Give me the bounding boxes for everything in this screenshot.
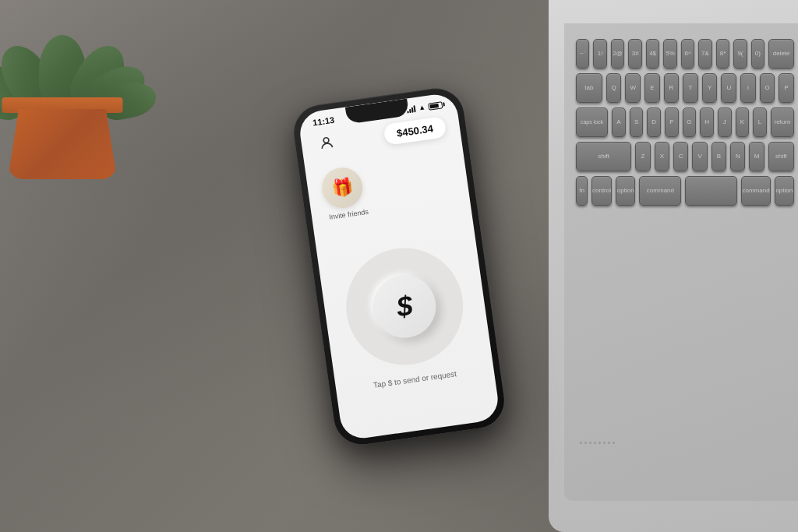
key-0[interactable]: 0)	[751, 39, 764, 69]
keyboard: ~` 1! 2@ 3# 4$ 5% 6^ 7& 8* 9( 0) delete …	[576, 39, 794, 210]
key-8[interactable]: 8*	[716, 39, 729, 69]
key-1[interactable]: 1!	[593, 39, 606, 69]
caps-lock-key[interactable]: caps lock	[576, 107, 608, 137]
tap-instruction-label: Tap $ to send or request	[373, 369, 457, 389]
key-backtick[interactable]: ~`	[576, 39, 589, 69]
speaker-dot	[589, 442, 591, 444]
speaker-dot	[598, 442, 601, 444]
wifi-icon: ▲	[418, 103, 425, 111]
key-control[interactable]: control	[591, 176, 612, 206]
key-w[interactable]: W	[625, 73, 641, 103]
laptop-container: ~` 1! 2@ 3# 4$ 5% 6^ 7& 8* 9( 0) delete …	[517, 0, 798, 532]
speaker-dot	[594, 442, 596, 444]
invite-friends-icon[interactable]: 🎁	[320, 164, 365, 210]
key-j[interactable]: J	[718, 107, 732, 137]
keyboard-row-4: shift Z X C V B N M shift	[576, 142, 794, 171]
key-f[interactable]: F	[665, 107, 679, 137]
key-delete[interactable]: delete	[768, 39, 794, 69]
speaker-dot	[584, 442, 587, 444]
keyboard-row-2: tab Q W E R T Y U I O P	[576, 73, 794, 103]
keyboard-row-1: ~` 1! 2@ 3# 4$ 5% 6^ 7& 8* 9( 0) delete	[576, 39, 794, 69]
keyboard-area: ~` 1! 2@ 3# 4$ 5% 6^ 7& 8* 9( 0) delete …	[564, 23, 798, 501]
key-l[interactable]: L	[753, 107, 767, 137]
key-c[interactable]: C	[673, 142, 688, 171]
speaker-dot	[603, 442, 606, 444]
key-4[interactable]: 4$	[646, 39, 659, 69]
key-tab[interactable]: tab	[576, 73, 602, 103]
key-6[interactable]: 6^	[681, 39, 694, 69]
key-h[interactable]: H	[700, 107, 714, 137]
key-o[interactable]: O	[760, 73, 775, 103]
key-t[interactable]: T	[683, 73, 698, 103]
key-d[interactable]: D	[647, 107, 661, 137]
status-icons: ▲	[406, 100, 443, 113]
dollar-area: $ Tap $ to send or request	[318, 238, 494, 395]
key-a[interactable]: A	[612, 107, 626, 137]
laptop-speaker	[580, 431, 798, 454]
speaker-dot	[608, 442, 610, 444]
key-k[interactable]: K	[736, 107, 750, 137]
key-r[interactable]: R	[664, 73, 680, 103]
key-y[interactable]: Y	[702, 73, 718, 103]
dollar-outer-circle: $	[339, 240, 471, 372]
key-n[interactable]: N	[730, 142, 745, 171]
key-9[interactable]: 9(	[733, 39, 747, 69]
dollar-button[interactable]: $	[369, 271, 440, 341]
key-v[interactable]: V	[692, 142, 707, 171]
key-command-left[interactable]: command	[639, 176, 681, 206]
key-m[interactable]: M	[749, 142, 764, 171]
battery-icon	[428, 100, 443, 109]
key-option[interactable]: option	[616, 176, 635, 206]
spacebar[interactable]	[685, 176, 737, 206]
invite-emoji: 🎁	[330, 176, 354, 199]
keyboard-row-3: caps lock A S D F G H J K L return	[576, 107, 794, 137]
key-2[interactable]: 2@	[611, 39, 624, 69]
key-right-shift[interactable]: shift	[768, 142, 794, 171]
key-command-right[interactable]: command	[741, 176, 770, 206]
svg-point-0	[323, 137, 330, 143]
key-5[interactable]: 5%	[663, 39, 676, 69]
laptop-body: ~` 1! 2@ 3# 4$ 5% 6^ 7& 8* 9( 0) delete …	[549, 0, 798, 532]
balance-display: $450.34	[383, 115, 447, 145]
key-return[interactable]: return	[771, 107, 794, 137]
key-e[interactable]: E	[644, 73, 660, 103]
key-x[interactable]: X	[655, 142, 669, 171]
key-u[interactable]: U	[721, 73, 736, 103]
status-time: 11:13	[312, 115, 335, 127]
key-p[interactable]: P	[779, 73, 794, 103]
battery-fill	[429, 103, 438, 107]
key-fn[interactable]: fn	[576, 176, 588, 206]
speaker-dot	[580, 442, 582, 444]
signal-bar-4	[414, 105, 416, 112]
key-3[interactable]: 3#	[628, 39, 641, 69]
speaker-dot	[613, 442, 615, 444]
key-q[interactable]: Q	[606, 73, 622, 103]
key-s[interactable]: S	[630, 107, 644, 137]
keyboard-row-5: fn control option command command option	[576, 176, 794, 206]
invite-friends-label: Invite friends	[329, 207, 369, 220]
key-left-shift[interactable]: shift	[576, 142, 631, 171]
dollar-sign-icon: $	[395, 291, 415, 321]
plant-container	[0, 0, 171, 195]
key-7[interactable]: 7&	[698, 39, 711, 69]
key-g[interactable]: G	[683, 107, 697, 137]
user-profile-icon[interactable]	[314, 130, 339, 155]
succulent	[0, 0, 129, 105]
key-b[interactable]: B	[711, 142, 726, 171]
key-z[interactable]: Z	[635, 142, 650, 171]
signal-bars-icon	[406, 104, 415, 113]
key-i[interactable]: I	[740, 73, 756, 103]
key-option-right[interactable]: option	[775, 176, 794, 206]
pot	[8, 109, 117, 179]
